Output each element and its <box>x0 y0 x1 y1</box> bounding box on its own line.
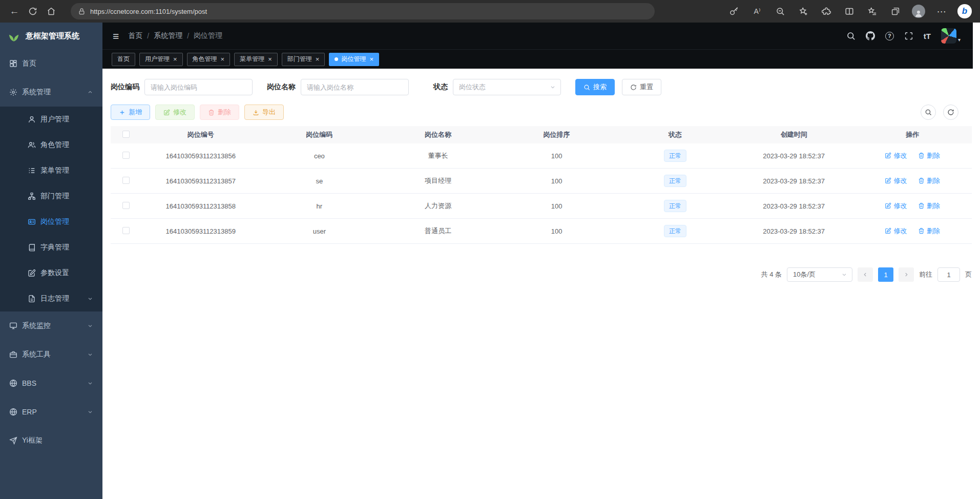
tab-close-icon[interactable]: × <box>369 56 373 63</box>
row-edit-link[interactable]: 修改 <box>885 176 907 185</box>
reload-button[interactable] <box>24 3 42 20</box>
reset-button[interactable]: 重置 <box>622 79 661 95</box>
search-icon <box>583 84 590 91</box>
sidebar-item-post-management[interactable]: 岗位管理 <box>0 209 102 235</box>
next-page-button[interactable] <box>899 267 914 282</box>
tab-menu-management[interactable]: 菜单管理 × <box>234 53 278 66</box>
row-edit-link[interactable]: 修改 <box>885 201 907 211</box>
add-button[interactable]: 新增 <box>111 105 150 120</box>
breadcrumb-home[interactable]: 首页 <box>128 31 142 40</box>
sidebar-item-role-management[interactable]: 角色管理 <box>0 132 102 158</box>
app-logo[interactable]: 意框架管理系统 <box>0 23 102 49</box>
tab-home[interactable]: 首页 <box>112 53 135 66</box>
active-tab-dot <box>335 57 338 61</box>
trash-icon <box>918 227 925 234</box>
row-checkbox[interactable] <box>122 152 130 159</box>
page-size-select[interactable]: 10条/页 <box>787 267 852 282</box>
sidebar-item-system-management[interactable]: 系统管理 <box>0 78 102 107</box>
site-info-lock-icon[interactable] <box>78 8 86 15</box>
user-avatar[interactable]: ▾ <box>941 28 961 44</box>
row-checkbox[interactable] <box>122 202 130 209</box>
post-code-input[interactable] <box>144 79 253 95</box>
help-icon[interactable]: ? <box>885 32 894 40</box>
zoom-out-button[interactable] <box>771 3 789 20</box>
app-title: 意框架管理系统 <box>26 31 79 41</box>
search-button[interactable]: 搜索 <box>575 79 615 95</box>
header-post-id: 岗位编号 <box>141 130 260 139</box>
collections-button[interactable] <box>886 3 905 20</box>
row-checkbox[interactable] <box>122 177 130 184</box>
extensions-button[interactable] <box>817 3 836 20</box>
row-delete-link[interactable]: 删除 <box>918 226 940 236</box>
post-name-input[interactable] <box>301 79 409 95</box>
sidebar-item-param-settings[interactable]: 参数设置 <box>0 260 102 286</box>
github-icon[interactable] <box>866 31 875 40</box>
sidebar-item-home[interactable]: 首页 <box>0 49 102 78</box>
tab-close-icon[interactable]: × <box>316 56 320 63</box>
tab-dept-management[interactable]: 部门管理 × <box>282 53 325 66</box>
sidebar-item-bbs[interactable]: BBS <box>0 369 102 398</box>
row-delete-link[interactable]: 删除 <box>918 201 940 211</box>
tab-close-icon[interactable]: × <box>268 56 272 63</box>
send-icon <box>9 436 17 445</box>
read-aloud-button[interactable]: A⁾ <box>748 3 766 20</box>
sidebar-item-menu-management[interactable]: 菜单管理 <box>0 158 102 183</box>
row-edit-link[interactable]: 修改 <box>885 151 907 160</box>
header-search-icon[interactable] <box>846 31 856 40</box>
font-size-button[interactable]: tT <box>924 32 931 40</box>
export-button[interactable]: 导出 <box>244 105 284 120</box>
row-delete-link[interactable]: 删除 <box>918 151 940 160</box>
back-button[interactable]: ← <box>5 3 24 20</box>
row-edit-link[interactable]: 修改 <box>885 226 907 236</box>
tab-post-management[interactable]: 岗位管理 × <box>329 53 379 66</box>
add-favorite-button[interactable] <box>794 3 812 20</box>
sidebar-item-log-management[interactable]: 日志管理 <box>0 286 102 311</box>
address-bar[interactable]: https://ccnetcore.com:1101/system/post <box>71 3 655 19</box>
browser-toolbar-icons: A⁾ ⋯ b <box>725 3 975 20</box>
globe-icon <box>9 379 17 387</box>
home-button[interactable] <box>42 3 60 20</box>
favorites-button[interactable] <box>863 3 882 20</box>
sidebar-item-user-management[interactable]: 用户管理 <box>0 107 102 132</box>
profile-button[interactable] <box>909 3 928 20</box>
breadcrumb-system[interactable]: 系统管理 <box>154 31 182 40</box>
sidebar-item-dept-management[interactable]: 部门管理 <box>0 183 102 209</box>
globe-icon <box>9 408 17 416</box>
chevron-down-icon <box>550 84 556 90</box>
row-checkbox[interactable] <box>122 227 130 234</box>
toggle-search-button[interactable] <box>921 105 936 120</box>
tab-close-icon[interactable]: × <box>221 56 225 63</box>
refresh-table-button[interactable] <box>943 105 958 120</box>
sidebar-item-erp[interactable]: ERP <box>0 398 102 426</box>
page-scrollbar[interactable] <box>973 23 980 499</box>
edit-icon <box>885 177 891 184</box>
sidebar-item-dict-management[interactable]: 字典管理 <box>0 235 102 260</box>
fullscreen-icon[interactable] <box>904 31 913 40</box>
status-badge: 正常 <box>664 225 686 237</box>
split-screen-button[interactable] <box>840 3 859 20</box>
status-select[interactable]: 岗位状态 <box>453 79 561 95</box>
breadcrumb-current: 岗位管理 <box>194 31 222 40</box>
bing-button[interactable]: b <box>955 3 974 20</box>
edit-button[interactable]: 修改 <box>155 105 195 120</box>
cell-post-code: se <box>260 177 379 185</box>
select-all-checkbox[interactable] <box>122 131 130 138</box>
sidebar-item-system-tools[interactable]: 系统工具 <box>0 340 102 369</box>
cell-post-id: 1641030593112313857 <box>141 177 260 185</box>
tab-user-management[interactable]: 用户管理 × <box>139 53 183 66</box>
row-delete-link[interactable]: 删除 <box>918 176 940 185</box>
tab-role-management[interactable]: 角色管理 × <box>187 53 231 66</box>
page-number-button[interactable]: 1 <box>878 267 893 282</box>
goto-page-input[interactable] <box>937 267 960 282</box>
sidebar-item-yi-framework[interactable]: Yi框架 <box>0 426 102 455</box>
browser-menu-button[interactable]: ⋯ <box>932 3 951 20</box>
prev-page-button[interactable] <box>858 267 873 282</box>
toolbox-icon <box>9 350 17 359</box>
sidebar-item-system-monitor[interactable]: 系统监控 <box>0 311 102 340</box>
tab-close-icon[interactable]: × <box>173 56 177 63</box>
sidebar-toggle-icon[interactable]: ≡ <box>113 31 119 41</box>
status-label: 状态 <box>433 82 448 92</box>
passwords-key-button[interactable] <box>725 3 743 20</box>
delete-button[interactable]: 删除 <box>200 105 239 120</box>
refresh-icon <box>947 109 954 116</box>
